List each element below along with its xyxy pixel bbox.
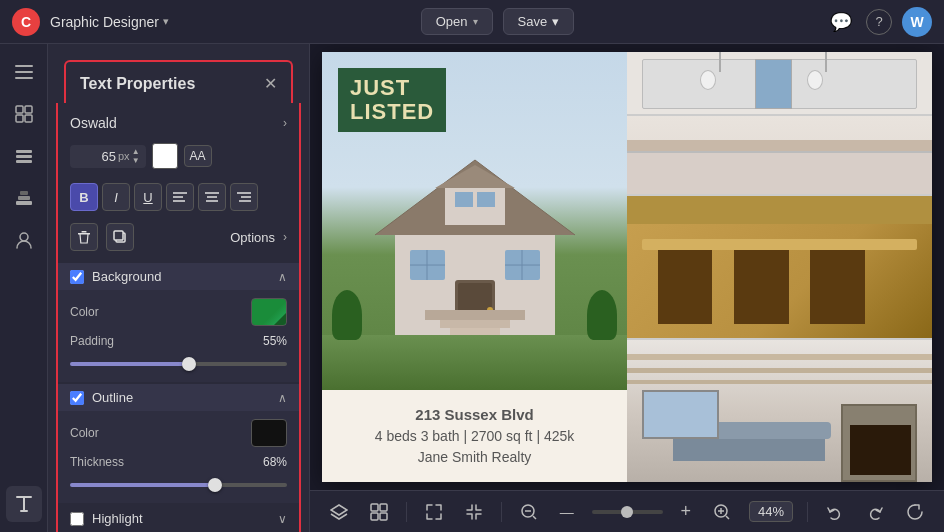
size-input[interactable] <box>76 149 116 164</box>
bold-button[interactable]: B <box>70 183 98 211</box>
shrink-button[interactable] <box>461 499 487 525</box>
font-chevron-icon: › <box>283 116 287 130</box>
svg-rect-41 <box>440 320 510 328</box>
outline-thickness-slider[interactable] <box>70 483 287 487</box>
svg-rect-40 <box>425 310 525 320</box>
highlight-checkbox[interactable] <box>70 512 84 526</box>
zoom-display[interactable]: 44% <box>749 501 793 522</box>
app-title-button[interactable]: Graphic Designer ▾ <box>50 14 169 30</box>
sidebar-item-text[interactable] <box>6 486 42 522</box>
canvas-card[interactable]: JUST LISTED <box>322 52 932 482</box>
sidebar-item-elements[interactable] <box>6 138 42 174</box>
svg-rect-8 <box>16 155 32 158</box>
duplicate-button[interactable] <box>106 223 134 251</box>
align-right-button[interactable] <box>230 183 258 211</box>
canvas-area: JUST LISTED <box>310 44 944 532</box>
panel-close-button[interactable]: ✕ <box>264 74 277 93</box>
outline-title: Outline <box>92 390 278 405</box>
redo-button[interactable] <box>862 499 888 525</box>
zoom-out-button[interactable] <box>516 499 542 525</box>
background-chevron: ∧ <box>278 270 287 284</box>
expand-button[interactable] <box>421 499 447 525</box>
layers-button[interactable] <box>326 499 352 525</box>
undo-button[interactable] <box>822 499 848 525</box>
background-checkbox[interactable] <box>70 270 84 284</box>
canvas-wrapper: JUST LISTED <box>310 44 944 490</box>
background-title: Background <box>92 269 278 284</box>
background-padding-slider[interactable] <box>70 362 287 366</box>
app-title-label: Graphic Designer <box>50 14 159 30</box>
panel-title: Text Properties <box>80 75 195 93</box>
house-svg <box>355 140 595 340</box>
font-name-label: Oswald <box>70 115 117 131</box>
size-up-button[interactable]: ▲ <box>132 148 140 156</box>
svg-rect-9 <box>16 160 32 163</box>
size-unit-label: px <box>118 150 130 162</box>
text-color-swatch[interactable] <box>152 143 178 169</box>
svg-rect-24 <box>82 231 87 233</box>
highlight-section-header[interactable]: Highlight ∨ <box>58 505 299 532</box>
svg-rect-10 <box>16 201 32 205</box>
delete-button[interactable] <box>70 223 98 251</box>
outline-checkbox[interactable] <box>70 391 84 405</box>
underline-button[interactable]: U <box>134 183 162 211</box>
background-padding-row: Padding 55% <box>70 334 287 348</box>
aa-button[interactable]: AA <box>184 145 212 167</box>
size-down-button[interactable]: ▼ <box>132 157 140 165</box>
svg-rect-1 <box>15 71 33 73</box>
italic-button[interactable]: I <box>102 183 130 211</box>
outline-section-body: Color Thickness 68% <box>58 411 299 503</box>
plus-button[interactable]: + <box>677 497 696 526</box>
background-section-header[interactable]: Background ∧ <box>58 263 299 290</box>
chat-button[interactable]: 💬 <box>826 7 856 37</box>
svg-rect-33 <box>455 192 473 207</box>
outline-thickness-value: 68% <box>263 455 287 469</box>
align-center-button[interactable] <box>198 183 226 211</box>
size-input-wrap: px ▲ ▼ <box>70 145 146 168</box>
sidebar-item-menu[interactable] <box>6 54 42 90</box>
sidebar-item-layers[interactable] <box>6 180 42 216</box>
svg-line-54 <box>533 516 536 519</box>
svg-rect-7 <box>16 150 32 153</box>
app-logo[interactable]: C <box>12 8 40 36</box>
outline-thickness-wrap: Thickness 68% <box>70 455 287 491</box>
svg-marker-32 <box>435 165 515 188</box>
open-button[interactable]: Open ▾ <box>421 8 493 35</box>
svg-rect-4 <box>25 106 32 113</box>
highlight-section: Highlight ∨ <box>58 505 299 532</box>
sidebar-item-shapes[interactable] <box>6 96 42 132</box>
grid-button[interactable] <box>366 499 392 525</box>
just-listed-line1: JUST <box>350 76 434 100</box>
svg-rect-50 <box>371 513 378 520</box>
listing-details: 4 beds 3 bath | 2700 sq ft | 425k <box>334 426 615 447</box>
avatar[interactable]: W <box>902 7 932 37</box>
panel-body: Oswald › px ▲ ▼ AA B I <box>56 103 301 532</box>
align-left-button[interactable] <box>166 183 194 211</box>
icon-sidebar <box>0 44 48 532</box>
background-color-row: Color <box>70 298 287 326</box>
save-button[interactable]: Save ▾ <box>503 8 575 35</box>
options-label[interactable]: Options <box>230 230 275 245</box>
minus-button[interactable]: — <box>556 500 578 524</box>
format-row: B I U <box>58 179 299 215</box>
help-button[interactable]: ? <box>866 9 892 35</box>
zoom-track <box>592 510 663 514</box>
background-color-swatch[interactable] <box>251 298 287 326</box>
outline-color-swatch[interactable] <box>251 419 287 447</box>
zoom-in-button[interactable] <box>709 499 735 525</box>
background-padding-value: 55% <box>263 334 287 348</box>
background-padding-label: Padding <box>70 334 114 348</box>
just-listed-line2: LISTED <box>350 100 434 124</box>
options-row: Options › <box>58 219 299 255</box>
outline-thickness-row: Thickness 68% <box>70 455 287 469</box>
svg-rect-31 <box>445 185 505 225</box>
refresh-button[interactable] <box>902 499 928 525</box>
svg-line-58 <box>726 516 729 519</box>
topbar-right: 💬 ? W <box>826 7 932 37</box>
sidebar-item-users[interactable] <box>6 222 42 258</box>
outline-color-label: Color <box>70 426 99 440</box>
bottom-toolbar: — + 44% <box>310 490 944 532</box>
listing-info: 213 Sussex Blvd 4 beds 3 bath | 2700 sq … <box>322 390 627 483</box>
outline-section-header[interactable]: Outline ∧ <box>58 384 299 411</box>
outline-chevron: ∧ <box>278 391 287 405</box>
